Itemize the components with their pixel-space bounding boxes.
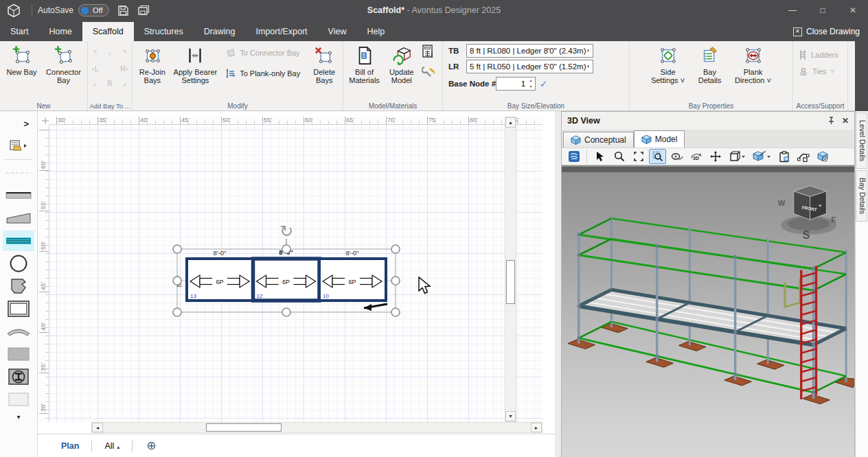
palette-item-polygon[interactable] bbox=[3, 276, 34, 296]
palette-item-circle[interactable] bbox=[3, 253, 34, 274]
horizontal-scroll-thumb[interactable] bbox=[206, 423, 282, 432]
to-plank-only-bay-button[interactable]: To Plank-only Bay bbox=[222, 65, 306, 82]
visual-style-dropdown-button[interactable] bbox=[750, 149, 773, 164]
select-cursor-button[interactable] bbox=[591, 149, 608, 164]
add-bay-top-left[interactable]: ⌜ bbox=[89, 47, 103, 61]
scroll-down-icon[interactable]: ▼ bbox=[505, 411, 516, 421]
orbit-look-button[interactable] bbox=[668, 149, 685, 164]
ladders-button[interactable]: Ladders bbox=[799, 49, 838, 60]
spin-up-icon[interactable]: ▲ bbox=[527, 78, 535, 84]
apply-bearer-settings-button[interactable]: Apply Bearer Settings bbox=[171, 43, 220, 84]
to-connector-bay-button[interactable]: To Connector Bay bbox=[222, 45, 306, 61]
palette-item-wedge[interactable] bbox=[3, 208, 34, 228]
vertical-scroll-thumb[interactable] bbox=[506, 260, 515, 304]
add-view-button[interactable]: ⊕ bbox=[146, 438, 156, 453]
scaffold-bay[interactable]: 8'-0" 6P 10 bbox=[319, 249, 386, 301]
sheet-tab-all[interactable]: All▴ bbox=[96, 441, 128, 451]
add-bay-bottom-right[interactable]: ⌟ bbox=[117, 75, 132, 90]
spin-down-icon[interactable]: ▼ bbox=[527, 84, 535, 90]
tab-import-export[interactable]: Import/Export bbox=[246, 22, 318, 41]
paste-image-button[interactable] bbox=[775, 149, 792, 164]
zoom-button[interactable] bbox=[610, 149, 628, 164]
pin-icon[interactable] bbox=[827, 117, 835, 125]
zoom-window-button[interactable] bbox=[649, 149, 666, 164]
tab-model[interactable]: Model bbox=[634, 130, 685, 148]
rejoin-bays-button[interactable]: Re-Join Bays bbox=[134, 43, 171, 84]
save-icon[interactable] bbox=[117, 5, 129, 16]
new-bay-button[interactable]: New Bay bbox=[2, 43, 42, 76]
tab-home[interactable]: Home bbox=[38, 22, 82, 41]
connector-bay-button[interactable]: Connector Bay bbox=[42, 43, 86, 84]
palette-item-stripes-selected[interactable] bbox=[3, 231, 34, 251]
scroll-right-icon[interactable]: ► bbox=[531, 423, 542, 432]
tab-structures[interactable]: Structures bbox=[134, 22, 194, 41]
bill-of-materials-button[interactable]: Bill of Materials bbox=[345, 43, 384, 84]
add-bay-bottom[interactable]: B bbox=[103, 75, 117, 90]
base-node-input[interactable]: 1 ▲▼ bbox=[496, 77, 536, 91]
maximize-button[interactable]: □ bbox=[808, 0, 838, 21]
tab-help[interactable]: Help bbox=[356, 22, 395, 41]
material-calculator-icon[interactable] bbox=[422, 45, 439, 58]
plank-direction-button[interactable]: Plank Direction ˅ bbox=[731, 43, 776, 84]
vertical-ruler: 60'55' 50'45' 40'35' 30' bbox=[39, 125, 49, 422]
pan-button[interactable] bbox=[707, 149, 724, 164]
apply-check-icon[interactable]: ✓ bbox=[540, 79, 547, 89]
palette-item-filled-rect[interactable] bbox=[3, 344, 34, 364]
scroll-up-icon[interactable]: ▲ bbox=[505, 117, 516, 128]
tab-drawing[interactable]: Drawing bbox=[194, 22, 246, 41]
ties-button[interactable]: Ties ˅ bbox=[799, 67, 834, 76]
path-edit-button[interactable] bbox=[795, 149, 812, 164]
wrench-pencil-icon[interactable] bbox=[422, 65, 439, 78]
vertical-scrollbar[interactable]: ▲ ▼ bbox=[505, 117, 516, 422]
ribbon-group-bay-properties: Side Settings ˅ Bay Details Plank Direct… bbox=[630, 41, 793, 110]
palette-item-arc[interactable] bbox=[3, 321, 34, 342]
tb-size-dropdown[interactable]: 8 ft | RL080 | Ledger 8'0" (2.43m)▼ bbox=[466, 44, 593, 58]
lr-size-dropdown[interactable]: 5 ft | RL050 | Ledger 5'0" (1.52m)▼ bbox=[466, 60, 593, 73]
delete-bays-button[interactable]: Delete Bays bbox=[307, 43, 341, 84]
palette-item-plank[interactable] bbox=[3, 185, 34, 206]
palette-item-line[interactable] bbox=[3, 163, 34, 183]
sheet-tab-plan[interactable]: Plan bbox=[53, 441, 87, 451]
scaffold-bay[interactable]: 8'-0" 6P 13 bbox=[187, 249, 253, 301]
open-report-button[interactable] bbox=[3, 136, 34, 156]
scaffold-bay-selected[interactable]: 8'-0" 6P 12 bbox=[253, 248, 320, 301]
rotate-handle-icon[interactable]: ↻ bbox=[279, 222, 293, 240]
views-dropdown-button[interactable] bbox=[726, 149, 748, 164]
zoom-extents-button[interactable] bbox=[630, 149, 647, 164]
palette-item-empty-rect[interactable] bbox=[3, 389, 34, 410]
tab-conceptual[interactable]: Conceptual bbox=[563, 132, 634, 148]
connector-bay-icon bbox=[54, 45, 74, 66]
update-model-button[interactable]: Update Model bbox=[384, 43, 419, 84]
tab-bay-details[interactable]: Bay Details bbox=[856, 170, 867, 222]
palette-item-beam-section[interactable] bbox=[3, 366, 34, 387]
orbit-3d-button[interactable]: 3D bbox=[687, 149, 705, 164]
bay-details-button[interactable]: Bay Details bbox=[692, 43, 728, 84]
add-bay-top-right[interactable]: ⌝ bbox=[117, 47, 132, 61]
add-bay-bottom-left[interactable]: ⌞ bbox=[89, 75, 103, 90]
render-style-button[interactable] bbox=[565, 149, 582, 164]
save-all-icon[interactable] bbox=[137, 5, 150, 16]
add-bay-top[interactable]: ↑ bbox=[103, 47, 117, 61]
model-settings-button[interactable] bbox=[814, 149, 831, 164]
palette-expand-button[interactable]: > bbox=[3, 113, 34, 134]
navigation-cube[interactable]: FRONT ✦ W S E bbox=[778, 186, 836, 241]
autosave-toggle[interactable]: Off bbox=[78, 4, 108, 16]
add-bay-left[interactable]: ‹L bbox=[89, 61, 103, 75]
tab-scaffold[interactable]: Scaffold bbox=[82, 22, 134, 41]
side-settings-button[interactable]: Side Settings ˅ bbox=[647, 43, 689, 84]
palette-item-rectangle[interactable] bbox=[3, 298, 34, 319]
panel-splitter[interactable] bbox=[555, 111, 561, 457]
horizontal-scrollbar[interactable]: ◄ ► bbox=[91, 422, 542, 433]
tab-start[interactable]: Start bbox=[0, 22, 38, 41]
minimize-button[interactable]: — bbox=[777, 0, 808, 21]
scroll-left-icon[interactable]: ◄ bbox=[92, 423, 103, 432]
add-bay-right[interactable]: R› bbox=[117, 61, 132, 75]
close-drawing-button[interactable]: ✕ Close Drawing bbox=[793, 22, 860, 41]
close-button[interactable]: ✕ bbox=[838, 0, 868, 21]
tab-level-details[interactable]: Level Details bbox=[856, 113, 867, 169]
3d-viewport[interactable]: FRONT ✦ W S E bbox=[562, 165, 854, 457]
toggle-knob bbox=[81, 7, 89, 14]
palette-more-button[interactable]: ▾ bbox=[3, 412, 34, 421]
panel-close-icon[interactable]: ✕ bbox=[842, 116, 849, 126]
tab-view[interactable]: View bbox=[318, 22, 357, 41]
